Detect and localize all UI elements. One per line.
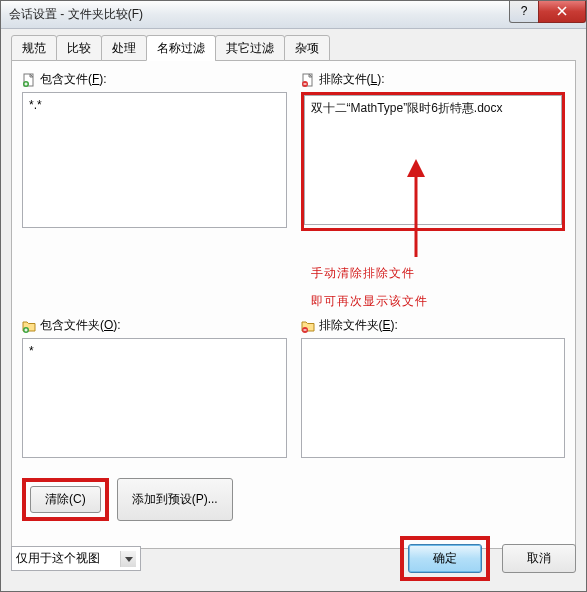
button-label: 取消	[527, 551, 551, 565]
label-include-folders: 包含文件夹(O):	[22, 317, 287, 334]
cancel-button[interactable]: 取消	[502, 544, 576, 573]
folder-minus-icon	[301, 319, 315, 333]
button-label: 清除(C)	[45, 492, 86, 506]
annotation-line: 手动清除排除文件	[311, 259, 428, 287]
tab-misc[interactable]: 杂项	[284, 35, 330, 61]
panel-include-files: 包含文件(F):	[22, 71, 287, 231]
row-files: 包含文件(F): 排除文件(L):	[22, 71, 565, 231]
tab-chuli[interactable]: 处理	[101, 35, 147, 61]
clear-button[interactable]: 清除(C)	[30, 486, 101, 513]
tab-other-filter[interactable]: 其它过滤	[215, 35, 285, 61]
ok-button[interactable]: 确定	[408, 544, 482, 573]
button-label: 确定	[433, 551, 457, 565]
tab-guifan[interactable]: 规范	[11, 35, 57, 61]
button-row: 清除(C) 添加到预设(P)...	[22, 478, 565, 521]
file-plus-icon	[22, 73, 36, 87]
tab-label: 其它过滤	[226, 41, 274, 55]
chevron-down-icon	[120, 551, 136, 567]
tab-label: 杂项	[295, 41, 319, 55]
tab-label: 处理	[112, 41, 136, 55]
tab-label: 名称过滤	[157, 41, 205, 55]
window-title: 会话设置 - 文件夹比较(F)	[9, 6, 510, 23]
tab-label: 比较	[67, 41, 91, 55]
help-icon: ?	[521, 4, 528, 18]
panel-include-folders: 包含文件夹(O):	[22, 317, 287, 458]
dialog-content: 规范 比较 处理 名称过滤 其它过滤 杂项 包含文件(F):	[1, 29, 586, 591]
label-include-files: 包含文件(F):	[22, 71, 287, 88]
annotation-text: 手动清除排除文件 即可再次显示该文件	[311, 259, 428, 315]
tab-bijiao[interactable]: 比较	[56, 35, 102, 61]
annotation-arrow	[399, 159, 433, 259]
exclude-folders-input[interactable]	[301, 338, 566, 458]
svg-marker-10	[407, 159, 425, 177]
highlight-ok: 确定	[400, 536, 490, 581]
label-exclude-folders: 排除文件夹(E):	[301, 317, 566, 334]
help-button[interactable]: ?	[509, 1, 539, 23]
include-files-input[interactable]	[22, 92, 287, 228]
combo-value: 仅用于这个视图	[16, 550, 100, 567]
row-folders: 包含文件夹(O): 排除文件夹(E):	[22, 317, 565, 458]
button-label: 添加到预设(P)...	[132, 492, 218, 506]
close-button[interactable]	[538, 1, 586, 23]
window-buttons: ?	[510, 1, 586, 23]
svg-marker-16	[125, 557, 133, 562]
panel-exclude-folders: 排除文件夹(E):	[301, 317, 566, 458]
close-icon	[557, 6, 567, 16]
label-exclude-files: 排除文件(L):	[301, 71, 566, 88]
folder-plus-icon	[22, 319, 36, 333]
include-folders-input[interactable]	[22, 338, 287, 458]
bottom-bar: 仅用于这个视图 确定 取消	[11, 536, 576, 581]
titlebar: 会话设置 - 文件夹比较(F) ?	[1, 1, 586, 29]
file-minus-icon	[301, 73, 315, 87]
tab-label: 规范	[22, 41, 46, 55]
tab-strip: 规范 比较 处理 名称过滤 其它过滤 杂项	[11, 37, 576, 61]
highlight-clear: 清除(C)	[22, 478, 109, 521]
dialog-window: 会话设置 - 文件夹比较(F) ? 规范 比较 处理 名称过滤 其它过滤 杂项	[0, 0, 587, 592]
tab-body: 包含文件(F): 排除文件(L):	[11, 61, 576, 549]
scope-combo[interactable]: 仅用于这个视图	[11, 546, 141, 571]
add-preset-button[interactable]: 添加到预设(P)...	[117, 478, 233, 521]
annotation-line: 即可再次显示该文件	[311, 287, 428, 315]
tab-name-filter[interactable]: 名称过滤	[146, 35, 216, 61]
